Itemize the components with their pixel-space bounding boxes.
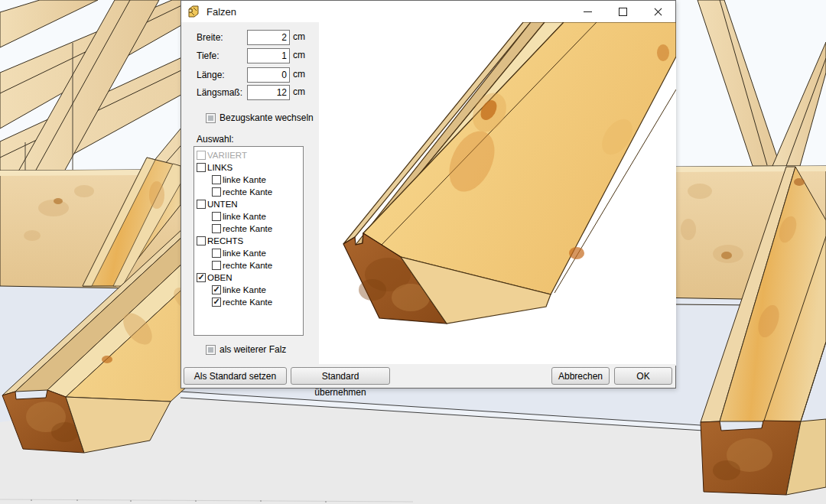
- close-icon[interactable]: [640, 1, 675, 22]
- selection-item-unten[interactable]: UNTEN: [194, 198, 303, 210]
- breite-label: Breite:: [197, 32, 223, 43]
- selection-item-label: VARIIERT: [207, 151, 247, 160]
- selection-item-label: UNTEN: [207, 200, 238, 209]
- selection-item-linke-kante[interactable]: linke Kante: [194, 247, 303, 259]
- bezugskante-checkbox[interactable]: [206, 113, 216, 123]
- field-row-tiefe: Tiefe: cm: [181, 48, 319, 63]
- tiefe-input[interactable]: [247, 48, 290, 63]
- set-standard-button[interactable]: Als Standard setzen: [184, 367, 287, 385]
- bezugskante-option[interactable]: Bezugskante wechseln: [206, 112, 314, 123]
- weiterer-falz-checkbox[interactable]: [206, 345, 216, 355]
- app-window: Falzen Breite: cm Tiefe: cm Länge: cm: [0, 0, 826, 504]
- laengsmass-label: Längsmaß:: [197, 87, 242, 98]
- unchecked-checkbox-icon[interactable]: [197, 236, 206, 245]
- selection-item-label: rechte Kante: [223, 224, 272, 233]
- selection-item-rechte-kante[interactable]: ✓rechte Kante: [194, 296, 303, 308]
- dialog-button-strip: Als Standard setzen Standard übernehmen …: [181, 364, 675, 388]
- dialog-title: Falzen: [206, 6, 236, 18]
- selection-item-rechte-kante[interactable]: rechte Kante: [194, 223, 303, 235]
- tiefe-unit: cm: [293, 50, 305, 60]
- unchecked-checkbox-icon[interactable]: [212, 187, 221, 197]
- selection-item-rechts[interactable]: RECHTS: [194, 235, 303, 247]
- weiterer-falz-option[interactable]: als weiterer Falz: [206, 344, 286, 355]
- selection-item-oben[interactable]: ✓OBEN: [194, 272, 303, 284]
- selection-item-label: linke Kante: [223, 175, 266, 184]
- apply-standard-button[interactable]: Standard übernehmen: [291, 367, 390, 385]
- unchecked-checkbox-icon[interactable]: [212, 175, 221, 184]
- laenge-input[interactable]: [247, 67, 290, 83]
- checked-checkbox-icon[interactable]: ✓: [212, 285, 221, 294]
- selection-item-label: linke Kante: [223, 212, 266, 221]
- selection-item-linke-kante[interactable]: ✓linke Kante: [194, 284, 303, 296]
- field-row-laenge: Länge: cm: [181, 67, 319, 83]
- checked-checkbox-icon[interactable]: ✓: [212, 298, 221, 307]
- unchecked-checkbox-icon[interactable]: [212, 224, 221, 233]
- tiefe-label: Tiefe:: [197, 50, 220, 61]
- selection-item-rechte-kante[interactable]: rechte Kante: [194, 186, 303, 198]
- selection-item-label: linke Kante: [223, 249, 266, 258]
- selection-item-linke-kante[interactable]: linke Kante: [194, 210, 303, 223]
- unchecked-checkbox-icon[interactable]: [197, 200, 206, 209]
- laenge-unit: cm: [293, 69, 305, 80]
- unchecked-checkbox-icon[interactable]: [212, 212, 221, 221]
- selection-item-rechte-kante[interactable]: rechte Kante: [194, 259, 303, 272]
- bezugskante-label: Bezugskante wechseln: [220, 112, 314, 123]
- auswahl-label: Auswahl:: [197, 134, 234, 145]
- unchecked-checkbox-icon[interactable]: [212, 261, 221, 270]
- selection-item-label: rechte Kante: [223, 298, 272, 307]
- unchecked-checkbox-icon[interactable]: [197, 151, 206, 160]
- laenge-label: Länge:: [197, 70, 225, 80]
- selection-item-links[interactable]: LINKS: [194, 161, 303, 174]
- dialog-titlebar[interactable]: Falzen: [181, 1, 675, 22]
- unchecked-checkbox-icon[interactable]: [197, 163, 206, 172]
- selection-item-label: OBEN: [207, 273, 233, 282]
- falzen-dialog: Falzen Breite: cm Tiefe: cm Länge: cm: [180, 0, 676, 389]
- falz-preview-panel: [319, 22, 676, 366]
- unchecked-checkbox-icon[interactable]: [212, 249, 221, 258]
- selection-item-label: linke Kante: [223, 285, 266, 294]
- minimize-icon[interactable]: [570, 1, 605, 22]
- selection-item-label: LINKS: [207, 163, 233, 172]
- selection-list[interactable]: VARIIERTLINKSlinke Kanterechte KanteUNTE…: [193, 146, 304, 336]
- breite-input[interactable]: [247, 30, 290, 45]
- field-row-laengsmass: Längsmaß: cm: [181, 85, 319, 100]
- dialog-left-panel: Breite: cm Tiefe: cm Länge: cm Längsmaß:…: [181, 22, 319, 364]
- falz-app-icon: [187, 5, 200, 18]
- selection-item-label: rechte Kante: [223, 187, 272, 197]
- falz-preview-3d: [319, 22, 676, 366]
- maximize-icon[interactable]: [605, 1, 640, 22]
- field-row-breite: Breite: cm: [181, 30, 319, 45]
- breite-unit: cm: [293, 31, 305, 42]
- cancel-button[interactable]: Abbrechen: [551, 367, 610, 385]
- selection-item-linke-kante[interactable]: linke Kante: [194, 174, 303, 186]
- checked-checkbox-icon[interactable]: ✓: [197, 273, 206, 282]
- laengsmass-unit: cm: [293, 86, 305, 97]
- laengsmass-input[interactable]: [247, 85, 290, 100]
- selection-item-label: rechte Kante: [223, 261, 272, 270]
- weiterer-falz-label: als weiterer Falz: [220, 344, 286, 355]
- selection-item-label: RECHTS: [207, 236, 243, 245]
- ok-button[interactable]: OK: [614, 367, 672, 385]
- selection-item-variiert[interactable]: VARIIERT: [194, 149, 303, 161]
